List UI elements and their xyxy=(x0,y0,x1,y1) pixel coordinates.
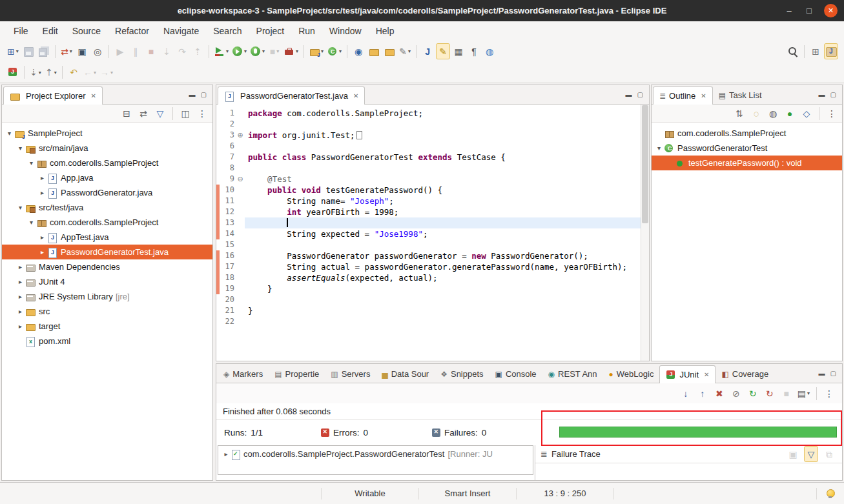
project-explorer-item[interactable]: ▸src xyxy=(2,304,212,319)
code-line[interactable]: 18 assertEquals(expected, actual); xyxy=(216,272,641,283)
close-window-icon[interactable]: ✕ xyxy=(824,4,838,17)
new-wizard-button[interactable]: ⊞▾ xyxy=(6,43,20,59)
back-button[interactable]: ←▾ xyxy=(82,65,98,81)
save-button[interactable] xyxy=(21,43,36,59)
project-explorer-item[interactable]: ▸App.java xyxy=(2,170,212,185)
line-number[interactable]: 19 xyxy=(220,283,236,294)
suspend-button[interactable]: ∥ xyxy=(129,43,143,59)
line-number[interactable]: 8 xyxy=(220,163,236,174)
expand-arrow-icon[interactable]: ▸ xyxy=(15,278,25,285)
open-package-button[interactable] xyxy=(382,43,396,59)
tab-junit[interactable]: JUnit✕ xyxy=(659,365,715,383)
line-number[interactable]: 6 xyxy=(220,141,236,152)
code-line[interactable]: 6 xyxy=(216,141,641,152)
editor-tab[interactable]: PasswordGeneratorTest.java ✕ xyxy=(218,86,365,105)
notification-area[interactable] xyxy=(817,489,844,499)
maximize-view-icon[interactable]: ▢ xyxy=(637,91,643,98)
project-explorer-item[interactable]: ▾com.coderolls.SampleProject xyxy=(2,156,212,170)
minimize-window-icon[interactable]: – xyxy=(784,6,794,15)
stop-button[interactable]: ■▾ xyxy=(267,43,282,59)
code-line[interactable]: 14 String expected = "Jose1998"; xyxy=(216,228,641,239)
cursor-position-status[interactable]: 13 : 9 : 250 xyxy=(517,489,613,498)
expand-arrow-icon[interactable]: ▸ xyxy=(15,323,25,330)
code-editor[interactable]: 1package com.coderolls.SampleProject;23⊕… xyxy=(216,105,649,361)
resume-button[interactable]: ▶ xyxy=(113,43,127,59)
line-number[interactable]: 10 xyxy=(220,185,236,196)
line-number[interactable]: 7 xyxy=(220,152,236,163)
line-number[interactable]: 17 xyxy=(220,261,236,272)
expand-arrow-icon[interactable]: ▸ xyxy=(15,293,25,300)
test-run-history-button[interactable]: ▤▾ xyxy=(796,385,811,401)
project-explorer-item[interactable]: ▸JUnit 4 xyxy=(2,274,212,289)
tab-task-list[interactable]: ▤ Task List xyxy=(713,86,768,104)
collapse-arrow-icon[interactable]: ▾ xyxy=(15,204,25,211)
close-view-icon[interactable]: ✕ xyxy=(701,92,706,99)
previous-failed-test-button[interactable]: ↑ xyxy=(695,385,710,401)
tab-markers[interactable]: ◈Markers xyxy=(218,365,269,383)
show-whitespace-button[interactable]: ¶ xyxy=(467,43,481,59)
stop-junit-button[interactable]: ■ xyxy=(779,385,794,401)
line-number[interactable]: 13 xyxy=(220,217,236,228)
project-explorer-item[interactable]: ▸AppTest.java xyxy=(2,230,212,245)
next-failed-test-button[interactable]: ↓ xyxy=(679,385,693,401)
line-number[interactable]: 1 xyxy=(220,108,236,119)
fold-plus-icon[interactable]: ⊕ xyxy=(236,130,245,141)
expand-arrow-icon[interactable]: ▸ xyxy=(37,248,47,256)
annotate-button[interactable]: ✎▾ xyxy=(398,43,412,59)
hide-non-public-members-button[interactable]: ● xyxy=(783,105,797,121)
maximize-window-icon[interactable]: □ xyxy=(804,6,814,15)
project-explorer-item[interactable]: ▾src/main/java xyxy=(2,141,212,156)
code-line[interactable]: 9⊖ @Test xyxy=(216,174,641,185)
fold-minus-icon[interactable]: ⊖ xyxy=(236,174,245,185)
tab-console[interactable]: ▣Console xyxy=(489,365,542,383)
rerun-test-button[interactable]: ↻ xyxy=(746,385,760,401)
code-line[interactable]: 15 xyxy=(216,239,641,250)
minimize-view-icon[interactable]: ▬ xyxy=(819,91,825,98)
show-failures-only-button[interactable]: ✖ xyxy=(712,385,726,401)
line-number[interactable]: 16 xyxy=(220,250,236,261)
menu-help[interactable]: Help xyxy=(369,21,402,41)
close-tab-icon[interactable]: ✕ xyxy=(353,92,358,99)
menu-search[interactable]: Search xyxy=(206,21,249,41)
editor-scrollbar[interactable] xyxy=(641,105,649,361)
tab-propertie[interactable]: ▤Propertie xyxy=(269,365,325,383)
code-line[interactable]: 19 } xyxy=(216,283,641,294)
code-line[interactable]: 16 PasswordGenerator passwordGenerator =… xyxy=(216,250,641,261)
new-java-class-button[interactable]: ▾ xyxy=(326,43,343,59)
collapse-arrow-icon[interactable]: ▾ xyxy=(654,145,664,152)
code-line[interactable]: 12 int yearOFBirth = 1998; xyxy=(216,207,641,217)
code-line[interactable]: 11 String name= "Joseph"; xyxy=(216,196,641,207)
close-tab-icon[interactable]: ✕ xyxy=(704,371,709,378)
project-explorer-item[interactable]: ▸Maven Dependencies xyxy=(2,259,212,274)
show-stack-trace-in-console-button[interactable]: ▣ xyxy=(786,446,800,462)
menu-refactor[interactable]: Refactor xyxy=(108,21,156,41)
expand-arrow-icon[interactable]: ▸ xyxy=(37,174,47,181)
terminate-button[interactable]: ■ xyxy=(144,43,158,59)
line-number[interactable]: 18 xyxy=(220,272,236,283)
line-number[interactable]: 3 xyxy=(220,130,236,141)
project-explorer-item[interactable]: ▾SampleProject xyxy=(2,126,212,141)
expand-arrow-icon[interactable]: ▸ xyxy=(15,263,25,270)
compare-results-button[interactable]: ⧉ xyxy=(822,446,836,462)
rerun-failed-first-button[interactable]: ↻ xyxy=(763,385,777,401)
tab-snippets[interactable]: ❖Snippets xyxy=(435,365,489,383)
code-line[interactable]: 21} xyxy=(216,305,641,316)
code-line[interactable]: 22 xyxy=(216,316,641,327)
hide-static-members-button[interactable]: ◍ xyxy=(766,105,780,121)
line-number[interactable]: 15 xyxy=(220,239,236,250)
line-number[interactable]: 22 xyxy=(220,316,236,327)
coverage-button[interactable]: ▾ xyxy=(213,43,230,59)
junit-test-item[interactable]: ▸ com.coderolls.SampleProject.PasswordGe… xyxy=(218,446,533,462)
view-menu-button[interactable]: ⋮ xyxy=(195,105,209,121)
run-external-tools-button[interactable]: ▾ xyxy=(283,43,300,59)
collapse-all-button[interactable]: ⊟ xyxy=(119,105,134,121)
menu-project[interactable]: Project xyxy=(249,21,292,41)
code-line[interactable]: 7public class PasswordGeneratorTest exte… xyxy=(216,152,641,163)
tab-coverage[interactable]: ◧Coverage xyxy=(715,365,774,383)
expand-arrow-icon[interactable]: ▸ xyxy=(37,189,47,196)
forward-button[interactable]: →▾ xyxy=(99,65,114,81)
line-number[interactable]: 9 xyxy=(220,174,236,185)
step-return-button[interactable]: ⇡ xyxy=(190,43,205,59)
collapse-arrow-icon[interactable]: ▾ xyxy=(26,219,36,226)
maximize-view-icon[interactable]: ▢ xyxy=(201,91,207,98)
